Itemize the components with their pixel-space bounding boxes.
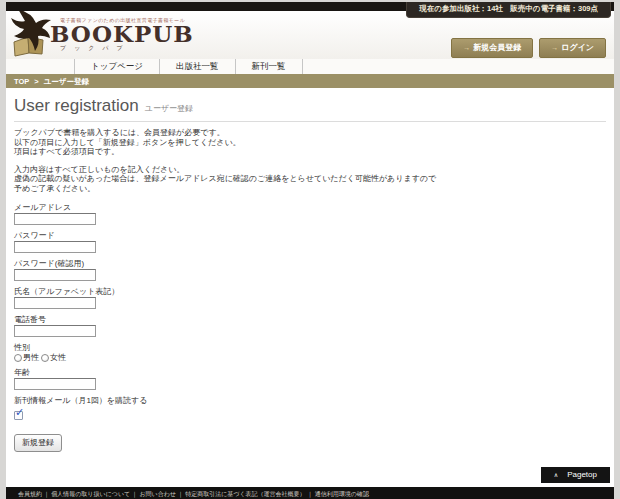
page-title-en: User registration	[14, 96, 139, 116]
logo-title: BOOKPUB	[50, 23, 194, 44]
newsletter-checkbox[interactable]: ✓	[14, 411, 23, 420]
arrow-right-icon: →	[463, 44, 470, 51]
registration-form: メールアドレス パスワード パスワード(確認用) 氏名（アルファベット表記） 電…	[14, 203, 606, 452]
login-button[interactable]: →ログイン	[539, 38, 606, 58]
phone-label: 電話番号	[14, 315, 606, 324]
gender-label: 性別	[14, 343, 606, 352]
intro1-line2: 以下の項目に入力して「新規登録」ボタンを押してください。	[14, 138, 606, 148]
nav-item-new-books[interactable]: 新刊一覧	[235, 59, 303, 74]
intro1-line3: 項目はすべて必須項目です。	[14, 147, 606, 157]
page-title-ja: ユーザー登録	[145, 103, 193, 114]
page-title: User registration ユーザー登録	[14, 96, 606, 122]
site-logo[interactable]: 電子書籍ファンのための出版社直営電子書籍モール BOOKPUB ブックパブ	[10, 8, 194, 62]
gender-male-radio[interactable]	[14, 354, 22, 362]
password-label: パスワード	[14, 231, 606, 240]
gender-female-radio[interactable]	[41, 354, 49, 362]
intro-paragraph-2: 入力内容はすべて正しいものを記入ください。 虚偽の記載の疑いがあった場合は、登録…	[14, 165, 606, 194]
password-confirm-input[interactable]	[14, 269, 96, 281]
header-buttons: →新規会員登録 →ログイン	[451, 38, 606, 58]
newsletter-label: 新刊情報メール（月1回）を購読する	[14, 396, 606, 405]
main-content: User registration ユーザー登録 ブックパブで書籍を購入するには…	[6, 88, 614, 452]
pagetop-label: Pagetop	[567, 470, 597, 479]
password-input[interactable]	[14, 241, 96, 253]
gender-options: 男性女性	[14, 353, 606, 362]
pagetop-button[interactable]: ∧ Pagetop	[541, 467, 610, 483]
checkmark-icon: ✓	[15, 407, 24, 418]
name-label: 氏名（アルファベット表記）	[14, 287, 606, 296]
breadcrumb-current: ユーザー登録	[44, 77, 89, 86]
email-label: メールアドレス	[14, 203, 606, 212]
age-label: 年齢	[14, 368, 606, 377]
breadcrumb-home-link[interactable]: TOP	[14, 77, 29, 86]
arrow-right-icon: →	[551, 44, 558, 51]
age-input[interactable]	[14, 378, 96, 390]
site-stats: 現在の参加出版社：14社 販売中の電子書籍：309点	[406, 2, 611, 18]
name-input[interactable]	[14, 297, 96, 309]
register-button[interactable]: →新規会員登録	[451, 38, 533, 58]
intro1-line1: ブックパブで書籍を購入するには、会員登録が必要です。	[14, 128, 606, 138]
intro-paragraph-1: ブックパブで書籍を購入するには、会員登録が必要です。 以下の項目に入力して「新規…	[14, 128, 606, 157]
password-confirm-label: パスワード(確認用)	[14, 259, 606, 268]
breadcrumb-separator: >	[34, 77, 38, 86]
register-button-label: 新規会員登録	[473, 43, 521, 52]
logo-text: 電子書籍ファンのための出版社直営電子書籍モール BOOKPUB ブックパブ	[50, 8, 194, 53]
breadcrumb: TOP>ユーザー登録	[6, 74, 614, 88]
footer-links[interactable]: 会員規約 ｜ 個人情報の取り扱いについて ｜ お問い合わせ ｜ 特定商取引法に基…	[18, 491, 369, 497]
phone-input[interactable]	[14, 325, 96, 337]
chevron-up-icon: ∧	[554, 471, 558, 478]
site-header: 電子書籍ファンのための出版社直営電子書籍モール BOOKPUB ブックパブ →新…	[6, 11, 614, 59]
intro2-line1: 入力内容はすべて正しいものを記入ください。	[14, 165, 606, 175]
top-black-bar: 現在の参加出版社：14社 販売中の電子書籍：309点	[6, 2, 614, 11]
intro2-line3: 予めご了承ください。	[14, 184, 606, 194]
intro2-line2: 虚偽の記載の疑いがあった場合は、登録メールアドレス宛に確認のご連絡をとらせていた…	[14, 174, 606, 184]
site-footer: 会員規約 ｜ 個人情報の取り扱いについて ｜ お問い合わせ ｜ 特定商取引法に基…	[6, 487, 614, 499]
email-input[interactable]	[14, 213, 96, 225]
gender-male-label: 男性	[23, 353, 39, 362]
login-button-label: ログイン	[561, 43, 594, 52]
gender-female-label: 女性	[50, 353, 66, 362]
submit-registration-button[interactable]: 新規登録	[14, 434, 62, 452]
page: 現在の参加出版社：14社 販売中の電子書籍：309点 電子書籍ファンのための出版…	[6, 2, 614, 499]
